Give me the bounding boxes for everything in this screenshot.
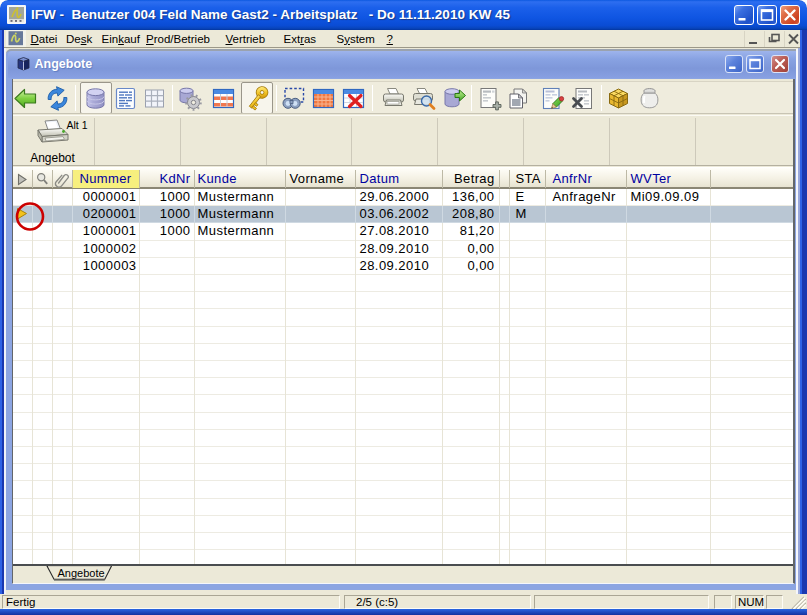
svg-text:Angebote: Angebote: [57, 567, 104, 579]
